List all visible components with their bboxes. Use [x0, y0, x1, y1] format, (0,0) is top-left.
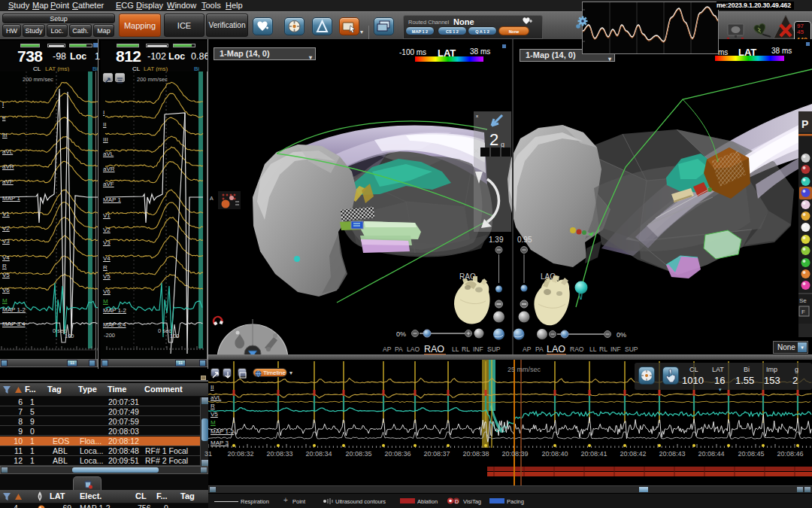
svg-text:INF: INF	[611, 345, 621, 353]
svg-text:RL: RL	[462, 345, 470, 353]
svg-text:F: F	[801, 309, 805, 315]
svg-text:g: g	[501, 141, 504, 148]
svg-text:0%: 0%	[396, 330, 406, 338]
svg-text:LAO: LAO	[547, 344, 565, 354]
svg-text:D: D	[455, 499, 459, 504]
svg-text:PA: PA	[395, 345, 403, 353]
svg-text:RL: RL	[599, 345, 607, 353]
svg-text:P: P	[801, 118, 808, 130]
svg-text:0.95: 0.95	[517, 236, 532, 244]
svg-text:RAO: RAO	[424, 344, 444, 354]
svg-text:RAO: RAO	[570, 345, 584, 353]
svg-text:LL: LL	[589, 345, 597, 353]
svg-text:LL: LL	[452, 345, 459, 353]
svg-text:PA: PA	[535, 345, 544, 353]
svg-text:SUP: SUP	[487, 345, 501, 353]
svg-text:2: 2	[489, 130, 498, 149]
svg-text:SUP: SUP	[625, 345, 638, 353]
svg-text:x: x	[476, 114, 478, 118]
svg-text:0%: 0%	[617, 331, 626, 339]
svg-text:AP: AP	[523, 345, 532, 353]
svg-text:INF: INF	[473, 345, 483, 353]
svg-text:AP: AP	[383, 345, 392, 353]
svg-text:A: A	[210, 196, 214, 201]
svg-text:Se: Se	[799, 297, 807, 304]
svg-text:1.39: 1.39	[489, 236, 504, 244]
svg-text:LAO: LAO	[407, 345, 420, 353]
